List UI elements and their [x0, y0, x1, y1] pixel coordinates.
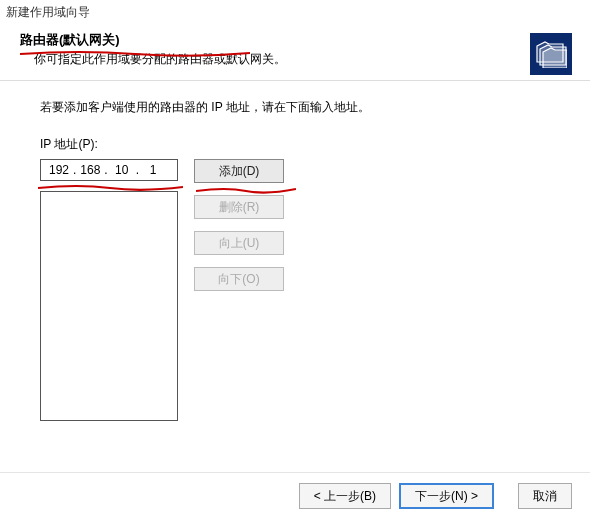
header-title: 路由器(默认网关): [20, 31, 570, 49]
cancel-button[interactable]: 取消: [518, 483, 572, 509]
wizard-header: 路由器(默认网关) 你可指定此作用域要分配的路由器或默认网关。: [0, 25, 590, 81]
content-area: 若要添加客户端使用的路由器的 IP 地址，请在下面输入地址。 IP 地址(P):…: [0, 81, 590, 431]
ip-octet-4[interactable]: [139, 163, 167, 177]
window-title: 新建作用域向导: [0, 0, 590, 25]
down-button: 向下(O): [194, 267, 284, 291]
ip-address-input[interactable]: . . .: [40, 159, 178, 181]
wizard-folder-icon: [530, 33, 572, 75]
ip-octet-1[interactable]: [45, 163, 73, 177]
ip-octet-2[interactable]: [76, 163, 104, 177]
header-description: 你可指定此作用域要分配的路由器或默认网关。: [20, 51, 570, 68]
instruction-text: 若要添加客户端使用的路由器的 IP 地址，请在下面输入地址。: [40, 99, 550, 116]
wizard-footer: < 上一步(B) 下一步(N) > 取消: [0, 472, 590, 523]
next-button[interactable]: 下一步(N) >: [399, 483, 494, 509]
remove-button: 删除(R): [194, 195, 284, 219]
ip-address-label: IP 地址(P):: [40, 136, 550, 153]
up-button: 向上(U): [194, 231, 284, 255]
add-button[interactable]: 添加(D): [194, 159, 284, 183]
back-button[interactable]: < 上一步(B): [299, 483, 391, 509]
ip-listbox[interactable]: [40, 191, 178, 421]
ip-octet-3[interactable]: [108, 163, 136, 177]
